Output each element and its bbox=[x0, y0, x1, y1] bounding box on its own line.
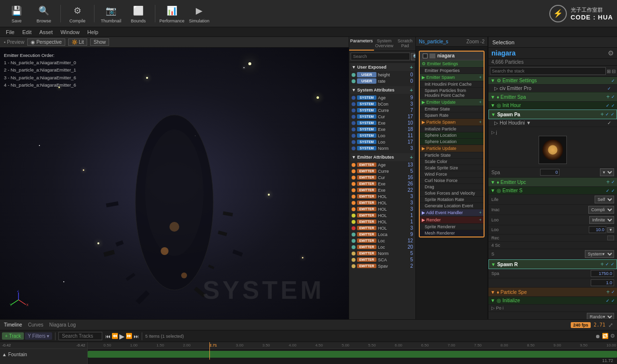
browse-button[interactable]: 🔍 Browse bbox=[31, 2, 56, 25]
tl-fwd-btn[interactable]: ⏩ bbox=[126, 333, 132, 339]
stack-spawn-r[interactable]: ▼Spawn R + ✓ ✓ bbox=[488, 259, 617, 269]
node-emitter-settings[interactable]: ⚙Emitter Settings bbox=[420, 60, 484, 68]
spa2-value-input[interactable] bbox=[591, 279, 614, 286]
emitter-update-add[interactable]: + bbox=[479, 100, 482, 105]
menu-asset[interactable]: Asset bbox=[36, 28, 57, 36]
node-add-event-handler[interactable]: ▶ Add Event Handler + bbox=[420, 209, 484, 217]
tl-back-btn[interactable]: ⏪ bbox=[112, 333, 118, 339]
node-particle-spawn-header[interactable]: ▶ Particle Spawn + bbox=[420, 119, 484, 126]
emitter-attrs-add[interactable]: + bbox=[410, 154, 413, 160]
node-solve-forces[interactable]: Solve Forces and Velocity bbox=[420, 190, 484, 197]
tl-fountain-bar[interactable] bbox=[88, 351, 617, 358]
node-scale-color[interactable]: Scale Color bbox=[420, 159, 484, 165]
tl-prev-btn[interactable]: ⏮ bbox=[105, 333, 111, 339]
tl-next-btn[interactable]: ⏭ bbox=[133, 333, 139, 339]
spa-input[interactable] bbox=[540, 169, 560, 176]
node-drag[interactable]: Drag bbox=[420, 184, 484, 190]
stack-expand-button[interactable]: ⊞ bbox=[607, 69, 611, 74]
save-button[interactable]: 💾 Save bbox=[4, 2, 29, 25]
thumbnail-button[interactable]: 📷 Thumbnail bbox=[98, 2, 124, 25]
params-search-btn[interactable]: 🔍 bbox=[411, 53, 416, 60]
life-select[interactable]: Self bbox=[595, 196, 614, 203]
simulation-button[interactable]: ▶ Simulation bbox=[187, 2, 212, 25]
stack-houdini[interactable]: ▷Hol Houdini ▼ ✓ bbox=[488, 119, 617, 127]
tl-ruler-area[interactable]: 0.50 1.00 1.50 2.00 2.71 3.00 3.50 4.00 … bbox=[88, 342, 617, 364]
menu-file[interactable]: File bbox=[2, 28, 19, 36]
inac-select[interactable]: Compli bbox=[588, 206, 614, 214]
bounds-button[interactable]: ⬜ Bounds bbox=[126, 2, 151, 25]
spa-select[interactable]: ▾ bbox=[600, 168, 614, 176]
performance-button[interactable]: 📊 Performance bbox=[159, 2, 185, 25]
user-exposed-add[interactable]: + bbox=[410, 64, 413, 70]
node-spawn-particles[interactable]: Spawn Particles from Houdini Point Cache bbox=[420, 88, 484, 99]
tl-rec-btn[interactable]: ⏺ bbox=[595, 333, 600, 339]
show-button[interactable]: Show bbox=[90, 38, 109, 46]
tab-niagara-log[interactable]: Niagara Log bbox=[49, 322, 75, 328]
node-sprite-rot[interactable]: Sprite Rotation Rate bbox=[420, 197, 484, 203]
tl-playhead[interactable] bbox=[209, 342, 210, 360]
tab-scratch-pad[interactable]: Scratch Pad bbox=[394, 37, 415, 51]
stack-emitter-settings[interactable]: ▼⚙ Emitter Settings ✓ bbox=[488, 77, 617, 85]
stack-emitter-s[interactable]: ▼◎ Emitter S ✓ ✓ bbox=[488, 187, 617, 195]
menu-help[interactable]: Help bbox=[83, 28, 102, 36]
render-add[interactable]: + bbox=[479, 218, 482, 222]
node-emitter-spawn-header[interactable]: ▶ Emitter Spawn + bbox=[420, 74, 484, 81]
loo2-input[interactable] bbox=[589, 226, 606, 233]
stack-initialize[interactable]: ▼◎ Initialize ✓ ✓ bbox=[488, 297, 617, 305]
stack-emitter-upc[interactable]: ▼♦ Emitter Upc + ✓ bbox=[488, 178, 617, 187]
tl-loop-btn[interactable]: 🔁 bbox=[602, 333, 609, 339]
viewport-canvas[interactable]: Emitter Execution Order: 1 - Ns_particle… bbox=[0, 48, 349, 319]
node-curl-noise[interactable]: Curl Noise Force bbox=[420, 178, 484, 184]
node-init-houdini[interactable]: Init Houdini Point Cache bbox=[420, 81, 484, 88]
perspective-button[interactable]: ◉ Perspective bbox=[27, 38, 65, 46]
compile-button[interactable]: ⚙ Compile bbox=[65, 2, 90, 25]
tab-curves[interactable]: Curves bbox=[28, 322, 43, 328]
stack-init-hour[interactable]: ▼◎ Init Hour ✓ ✓ bbox=[488, 102, 617, 109]
tl-filters-btn[interactable]: Y Filters ▾ bbox=[25, 332, 52, 340]
node-emitter-update-header[interactable]: ▶ Emitter Update + bbox=[420, 99, 484, 106]
node-scale-sprite[interactable]: Scale Sprite Size bbox=[420, 165, 484, 171]
tl-play-btn[interactable]: ▶ bbox=[119, 332, 125, 340]
loo-select[interactable]: Infinite bbox=[589, 216, 614, 224]
tab-timeline[interactable]: Timeline bbox=[4, 322, 22, 328]
stack-collapse-button[interactable]: ⊟ bbox=[612, 69, 616, 74]
loo2-down[interactable]: ▼ bbox=[607, 227, 614, 233]
node-spawn-rate[interactable]: Spawn Rate bbox=[420, 112, 484, 119]
params-search-input[interactable] bbox=[351, 53, 410, 60]
stack-particle-spe[interactable]: ▼♦ Particle Spe + ✓ bbox=[488, 288, 617, 297]
node-particle-state[interactable]: Particle State bbox=[420, 152, 484, 159]
node-emitter-props[interactable]: Emitter Properties bbox=[420, 68, 484, 74]
emitter-spawn-add[interactable]: + bbox=[479, 75, 482, 80]
node-render-header[interactable]: ▶ Render + bbox=[420, 217, 484, 224]
particle-spawn-add[interactable]: + bbox=[479, 120, 482, 125]
niagara-node[interactable]: niagara ⚙Emitter Settings Emitter Proper… bbox=[419, 51, 485, 237]
menu-edit[interactable]: Edit bbox=[19, 28, 36, 36]
tl-add-track-btn[interactable]: + Track bbox=[2, 332, 24, 340]
tl-settings-btn[interactable]: ⚙ bbox=[610, 333, 615, 339]
tab-parameters[interactable]: Parameters bbox=[349, 37, 374, 51]
node-gen-loc-evt[interactable]: Generate Location Event bbox=[420, 203, 484, 209]
stack-spawn-pa[interactable]: ▼Spawn Pa + ✓ ✓ bbox=[488, 109, 617, 119]
node-sphere-loc2[interactable]: Sphere Location bbox=[420, 139, 484, 145]
settings-gear-button[interactable]: ⚙ bbox=[608, 49, 614, 57]
lit-button[interactable]: 🔆 Lit bbox=[68, 38, 87, 46]
node-wind-force[interactable]: Wind Force bbox=[420, 171, 484, 178]
tab-system-overview[interactable]: System Overview bbox=[374, 37, 395, 51]
spa-value-input[interactable] bbox=[591, 270, 614, 277]
node-mesh-renderer[interactable]: Mesh Renderer bbox=[420, 230, 484, 237]
s-select[interactable]: System▾ bbox=[585, 250, 614, 258]
node-graph-content[interactable]: niagara ⚙Emitter Settings Emitter Proper… bbox=[416, 47, 487, 319]
stack-search-input[interactable] bbox=[490, 67, 606, 75]
menu-window[interactable]: Window bbox=[56, 28, 83, 36]
tl-search-input[interactable] bbox=[58, 332, 102, 340]
node-emitter-state[interactable]: Emitter State bbox=[420, 106, 484, 112]
stack-emitter-spa[interactable]: ▼♦ Emitter Spa + ✓ bbox=[488, 92, 617, 102]
random-select[interactable]: Rando▾ bbox=[587, 313, 614, 319]
stack-emitter-pro[interactable]: ▷civ Emitter Pro ✓ bbox=[488, 85, 617, 92]
node-sprite-renderer[interactable]: Sprite Renderer bbox=[420, 224, 484, 230]
node-sphere-loc1[interactable]: Sphere Location bbox=[420, 132, 484, 139]
tl-expand-btn[interactable]: ⤢ bbox=[608, 322, 613, 328]
node-particle-update-header[interactable]: ▶ Particle Update bbox=[420, 145, 484, 152]
node-initialize-particle[interactable]: Initialize Particle bbox=[420, 126, 484, 132]
system-attrs-add[interactable]: + bbox=[410, 87, 413, 93]
